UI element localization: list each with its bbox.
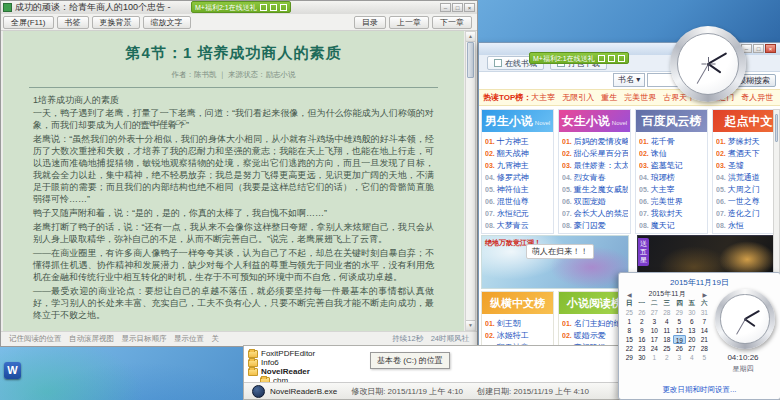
rank-item[interactable]: 07.造化之门 [716, 207, 780, 219]
book-title-link[interactable]: 完美世界 [651, 196, 683, 207]
rank-item[interactable]: 04.琅琊榜 [639, 171, 705, 183]
book-title-link[interactable]: 重生之魔女威胁 [574, 184, 628, 195]
book-title-link[interactable]: 洪荒通道 [728, 172, 760, 183]
rank-item[interactable]: 02.诛仙 [639, 147, 705, 159]
reader-toolbar-button[interactable]: 书签 [57, 16, 89, 29]
reader-toolbar-button[interactable]: 更换背景 [92, 16, 140, 29]
calendar-day[interactable]: 26 [673, 344, 686, 353]
hot-book-link[interactable]: 无限引入 [562, 93, 594, 102]
calendar-day[interactable]: 14 [698, 326, 711, 335]
reader-nav-button[interactable]: 上一章 [389, 16, 429, 29]
arrow-up-icon[interactable] [280, 4, 287, 11]
arrow-up-icon[interactable] [618, 55, 625, 62]
rank-item[interactable]: 07.会长大人的禁忌宠爱 [562, 207, 628, 219]
book-title-link[interactable]: 花千骨 [651, 136, 675, 147]
desktop-clock-gadget[interactable] [670, 26, 746, 102]
calendar-day[interactable]: 12 [673, 326, 686, 335]
book-title-link[interactable]: 魔天记 [651, 220, 675, 231]
book-title-link[interactable]: 暖婚示爱 [574, 330, 606, 341]
column-header[interactable]: 女生小说 Novel [559, 110, 630, 132]
rank-item[interactable]: 06.混世仙尊 [485, 195, 551, 207]
rank-item[interactable]: 06.一世之尊 [716, 195, 780, 207]
calendar-day[interactable]: 9 [636, 326, 649, 335]
calendar-month-label[interactable]: 2015年11月 [649, 289, 686, 299]
prev-month-icon[interactable]: ◀ [627, 291, 632, 298]
folder-item-foxitpdfeditor[interactable]: FoxitPDFEditor [248, 349, 368, 358]
calendar-day[interactable]: 15 [623, 335, 636, 344]
hot-book-link[interactable]: 奇人异世 [741, 93, 773, 102]
book-title-link[interactable]: 翻天战神 [497, 148, 529, 159]
calendar-day[interactable]: 6 [686, 317, 699, 326]
calendar-day[interactable]: 5 [698, 353, 711, 362]
reader-toolbar-button[interactable]: 全屏(F11) [3, 16, 54, 29]
book-title-link[interactable]: 梦缘封天 [728, 136, 760, 147]
calendar-day[interactable]: 16 [636, 335, 649, 344]
calendar-day[interactable]: 28 [698, 344, 711, 353]
book-title-link[interactable]: 混世仙尊 [497, 196, 529, 207]
calendar-day[interactable]: 2 [661, 353, 674, 362]
book-title-link[interactable]: 圣墟 [728, 160, 744, 171]
calendar-day[interactable]: 25 [661, 344, 674, 353]
book-title-link[interactable]: 我欲封天 [651, 208, 683, 219]
rank-item[interactable]: 02.甜心采星百分百 [562, 147, 628, 159]
calendar-day[interactable]: 31 [698, 308, 711, 317]
close-button[interactable]: × [765, 44, 776, 53]
rank-item[interactable]: 03.盗墓笔记 [639, 159, 705, 171]
rank-item[interactable]: 02.翻天战神 [485, 147, 551, 159]
book-title-link[interactable]: 一世之尊 [728, 196, 760, 207]
book-title-link[interactable]: 永恒 [728, 220, 744, 231]
calendar-day[interactable]: 26 [636, 308, 649, 317]
book-title-link[interactable]: 甜心采星百分百 [574, 148, 628, 159]
calendar-day[interactable]: 19 [673, 335, 686, 344]
book-title-link[interactable]: 造化之门 [728, 208, 760, 219]
rank-item[interactable]: 04.烈女青春 [562, 171, 628, 183]
rank-item[interactable]: 05.神符仙主 [485, 183, 551, 195]
hot-book-link[interactable]: 大主宰 [531, 93, 555, 102]
book-title-link[interactable]: 冰姬特工 [497, 330, 529, 341]
calendar-day[interactable]: 2 [636, 317, 649, 326]
scroll-up-icon[interactable]: ▲ [466, 32, 475, 42]
book-title-link[interactable]: 大梦青云 [497, 220, 529, 231]
maximize-button[interactable]: □ [452, 3, 463, 12]
calendar-day[interactable]: 18 [661, 335, 674, 344]
rank-item[interactable]: 03.九霄神主 [485, 159, 551, 171]
book-title-link[interactable]: 大周之门 [728, 184, 760, 195]
calendar-day[interactable]: 3 [648, 317, 661, 326]
rank-item[interactable]: 04.洪荒通道 [716, 171, 780, 183]
calendar-day[interactable]: 29 [673, 308, 686, 317]
reader-scrollbar[interactable]: ▲ ▼ [465, 31, 476, 331]
next-month-icon[interactable]: ▶ [702, 291, 707, 298]
calendar-day[interactable]: 28 [661, 308, 674, 317]
rank-item[interactable]: 08.魔天记 [639, 219, 705, 231]
rank-item[interactable]: 07.永恒纪元 [485, 207, 551, 219]
rank-item[interactable]: 08.豪门囚爱 [562, 219, 628, 231]
scrollbar-thumb[interactable] [467, 42, 474, 78]
calendar-day[interactable]: 30 [636, 353, 649, 362]
rank-item[interactable]: 01.后妈的爱情攻略 [562, 135, 628, 147]
book-title-link[interactable]: 最佳娇妻：太太请上门 [574, 160, 628, 171]
book-title-link[interactable]: 九霄神主 [497, 160, 529, 171]
browser-ad-badge[interactable]: M+福利2:1在线送礼 [529, 52, 629, 64]
rank-item[interactable]: 01.十方神王 [485, 135, 551, 147]
column-header[interactable]: 起点中文 [713, 110, 780, 132]
change-datetime-link[interactable]: 更改日期和时间设置... [619, 385, 780, 395]
book-title-link[interactable]: 会长大人的禁忌宠爱 [574, 208, 628, 219]
rank-item[interactable]: 02.冰姬特工 [485, 329, 551, 341]
rank-item[interactable]: 05.重生之魔女威胁 [562, 183, 628, 195]
gift-icon[interactable] [598, 55, 605, 62]
rank-item[interactable]: 03.圣墟 [716, 159, 780, 171]
calendar-day[interactable]: 7 [698, 317, 711, 326]
book-title-link[interactable]: 永恒纪元 [497, 208, 529, 219]
rank-item[interactable]: 01.剑王朝 [485, 317, 551, 329]
book-title-link[interactable]: 修罗武神 [497, 172, 529, 183]
minimize-button[interactable]: – [440, 3, 451, 12]
calendar-day[interactable]: 4 [661, 317, 674, 326]
book-title-link[interactable]: 豪门囚爱 [574, 220, 606, 231]
book-title-link[interactable]: 盗墓笔记 [651, 160, 683, 171]
search-field-select[interactable]: 书名 ▾ [613, 73, 645, 87]
rank-item[interactable]: 08.永恒 [716, 219, 780, 231]
calendar-day[interactable]: 30 [686, 308, 699, 317]
rank-item[interactable]: 04.修罗武神 [485, 171, 551, 183]
book-title-link[interactable]: 诛仙 [651, 148, 667, 159]
book-title-link[interactable]: 双面宠婚 [574, 196, 606, 207]
